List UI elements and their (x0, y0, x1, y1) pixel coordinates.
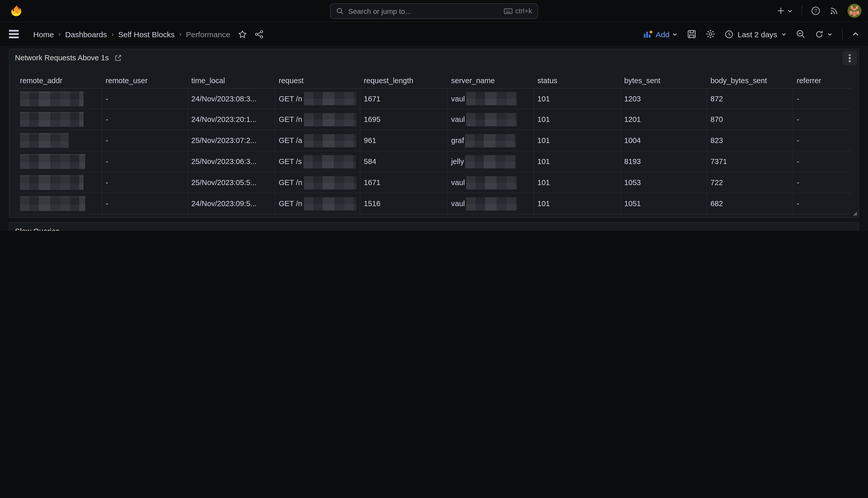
table-body: -24/Nov/2023:08:3...GET /n1671vaul101120… (17, 88, 852, 214)
redacted-blur (465, 134, 516, 147)
cell-request: GET /n (275, 193, 361, 214)
redacted-blur (20, 154, 85, 169)
external-link-icon[interactable] (114, 54, 122, 61)
column-header-remote_addr[interactable]: remote_addr (17, 73, 102, 88)
redacted-blur (466, 197, 517, 210)
search-placeholder: Search or jump to... (348, 7, 411, 15)
cell-server-name: graf (448, 130, 534, 151)
cell-remote-user: - (102, 151, 188, 172)
chevron-down-icon (827, 31, 832, 37)
redacted-blur (304, 176, 356, 189)
cell-request-length: 961 (361, 130, 448, 151)
svg-text:?: ? (814, 8, 817, 14)
cell-request-length: 1671 (361, 172, 448, 193)
cell-time-local: 24/Nov/2023:09:5... (188, 193, 275, 214)
redacted-blur (304, 197, 356, 210)
redacted-blur (20, 91, 84, 106)
cell-time-local: 24/Nov/2023:08:3... (188, 89, 275, 108)
panel-header[interactable]: Network Requests Above 1s (10, 49, 859, 66)
refresh-button[interactable] (815, 29, 832, 39)
cell-body-bytes-sent: 872 (707, 89, 794, 108)
cell-remote-user: - (102, 109, 188, 130)
cell-request-length: 1516 (361, 193, 448, 214)
redacted-blur (304, 92, 356, 105)
column-header-server_name[interactable]: server_name (448, 73, 534, 88)
cell-body-bytes-sent: 682 (707, 193, 794, 214)
search-icon (336, 7, 344, 15)
redacted-blur (465, 155, 516, 168)
menu-toggle-button[interactable] (9, 30, 19, 38)
cell-referrer: - (794, 109, 851, 130)
cell-body-bytes-sent: 7371 (707, 151, 794, 172)
table-row: -25/Nov/2023:07:2...GET /a961graf1011004… (17, 130, 852, 151)
share-button[interactable] (255, 29, 264, 39)
column-header-bytes_sent[interactable]: bytes_sent (621, 73, 707, 88)
table-header-row: remote_addrremote_usertime_localrequestr… (17, 73, 852, 88)
dashboard-settings-button[interactable] (706, 29, 716, 39)
cell-status: 101 (534, 172, 621, 193)
refresh-icon (815, 29, 824, 39)
grafana-logo-icon[interactable] (10, 4, 23, 17)
cell-status: 101 (534, 151, 621, 172)
news-button[interactable] (829, 6, 839, 16)
redacted-blur (20, 175, 84, 190)
table-row: -25/Nov/2023:06:3...GET /s584jelly101819… (17, 151, 852, 172)
cell-bytes-sent: 1201 (621, 109, 707, 130)
table-row: -24/Nov/2023:09:5...GET /n1516vaul101105… (17, 193, 852, 214)
add-panel-button[interactable]: Add (643, 29, 678, 39)
cell-server-name: vaul (448, 89, 534, 108)
panel-network-requests: Network Requests Above 1s remote_addrrem… (9, 49, 859, 218)
redacted-blur (466, 113, 517, 126)
cell-body-bytes-sent: 823 (707, 130, 794, 151)
column-header-referrer[interactable]: referrer (794, 73, 851, 88)
table-row: -25/Nov/2023:05:5...GET /n1671vaul101105… (17, 172, 852, 193)
panel-menu-button[interactable] (843, 51, 857, 65)
cell-remote-addr (17, 89, 102, 108)
cell-status: 101 (534, 193, 621, 214)
column-header-time_local[interactable]: time_local (188, 73, 275, 88)
time-range-label: Last 2 days (738, 29, 777, 39)
cell-referrer: - (794, 130, 851, 151)
cell-referrer: - (794, 151, 851, 172)
panel-resize-handle[interactable] (853, 211, 857, 215)
cell-request: GET /n (275, 109, 361, 130)
redacted-blur (466, 176, 517, 189)
top-bar: Search or jump to... ctrl+k (0, 0, 868, 22)
plus-icon (777, 7, 785, 15)
divider (802, 5, 802, 16)
time-range-picker[interactable]: Last 2 days (725, 29, 787, 39)
cell-status: 101 (534, 109, 621, 130)
cell-bytes-sent: 1004 (621, 130, 707, 151)
search-input[interactable]: Search or jump to... ctrl+k (330, 3, 538, 19)
collapse-toolbar-button[interactable] (852, 30, 859, 38)
new-menu-button[interactable] (777, 7, 793, 15)
column-header-request[interactable]: request (275, 73, 361, 88)
table-row: -24/Nov/2023:20:1...GET /n1695vaul101120… (17, 109, 852, 130)
column-header-remote_user[interactable]: remote_user (102, 73, 188, 88)
help-icon: ? (811, 6, 820, 16)
help-button[interactable]: ? (811, 6, 820, 16)
redacted-blur (304, 113, 356, 126)
panel-title[interactable]: Network Requests Above 1s (15, 53, 109, 62)
add-panel-icon (643, 30, 653, 38)
column-header-status[interactable]: status (534, 73, 621, 88)
cell-time-local: 25/Nov/2023:05:5... (188, 172, 275, 193)
cell-remote-addr (17, 151, 102, 172)
breadcrumb-home[interactable]: Home (33, 29, 54, 39)
cell-request: GET /s (275, 151, 361, 172)
redacted-blur (20, 196, 85, 211)
redacted-blur (466, 92, 517, 105)
star-button[interactable] (238, 29, 247, 39)
user-avatar[interactable] (847, 4, 861, 18)
cell-remote-addr (17, 109, 102, 130)
zoom-out-button[interactable] (796, 29, 805, 39)
redacted-blur (303, 155, 356, 168)
save-dashboard-button[interactable] (687, 29, 697, 39)
column-header-request_length[interactable]: request_length (361, 73, 448, 88)
cell-body-bytes-sent: 722 (707, 172, 794, 193)
breadcrumb-dashboards[interactable]: Dashboards (65, 29, 107, 39)
cell-status: 101 (534, 130, 621, 151)
column-header-body_bytes_sent[interactable]: body_bytes_sent (707, 73, 794, 88)
clock-icon (725, 29, 734, 39)
breadcrumb-folder[interactable]: Self Host Blocks (118, 29, 175, 39)
